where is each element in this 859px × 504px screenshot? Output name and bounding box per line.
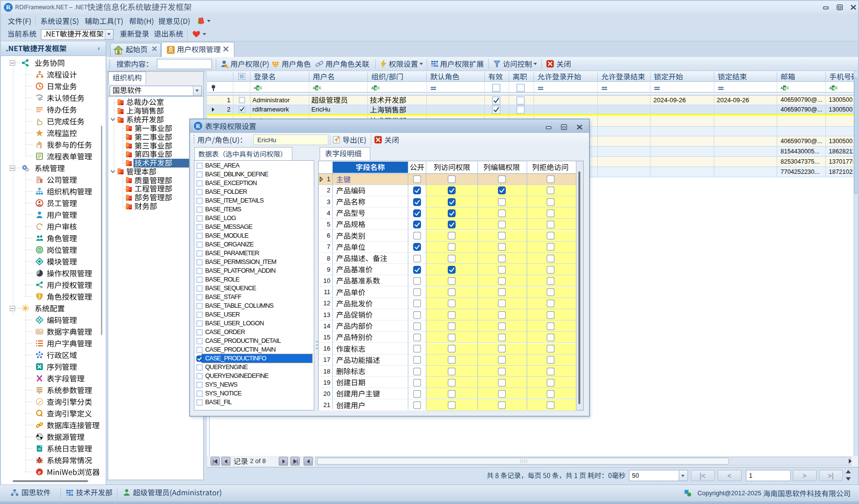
svg-text:e: e <box>38 468 41 476</box>
svg-text:C: C <box>319 86 321 90</box>
svg-text:A: A <box>254 86 256 90</box>
svg-text:R: R <box>196 123 200 130</box>
svg-text:C: C <box>836 86 838 90</box>
svg-text:A: A <box>829 86 832 90</box>
svg-text:A: A <box>781 86 783 90</box>
svg-text:C: C <box>377 86 380 90</box>
svg-text:R: R <box>6 3 11 11</box>
svg-text:A: A <box>371 86 374 90</box>
svg-text:A: A <box>313 86 315 90</box>
svg-text:C: C <box>787 86 789 90</box>
svg-text:C: C <box>260 86 263 90</box>
